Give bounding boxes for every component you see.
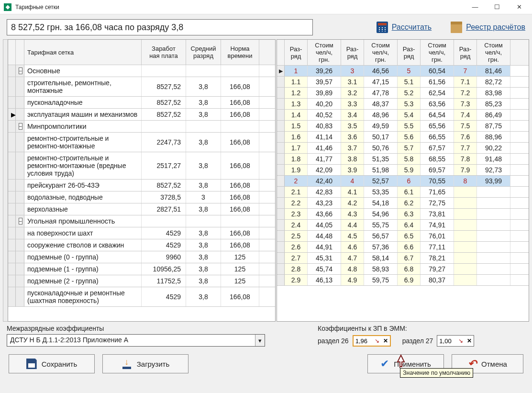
collapse-icon[interactable]: – xyxy=(19,218,22,225)
table-row[interactable]: пусконаладочные и ремонтные (шахтная пов… xyxy=(8,287,275,307)
rank-cell: 5.4 xyxy=(398,110,421,120)
collapse-icon[interactable]: – xyxy=(19,67,22,74)
rank-cell: 5.9 xyxy=(398,165,421,175)
app-icon: ◆ xyxy=(4,3,11,11)
rate-row[interactable]: 2.745,314.758,146.778,21 xyxy=(277,253,529,264)
cost-cell: 64,54 xyxy=(421,110,454,120)
cost-cell: 61,56 xyxy=(421,77,454,87)
close-button[interactable]: ✕ xyxy=(508,0,530,14)
cost-cell: 43,66 xyxy=(308,209,341,219)
rank-cell: 1.7 xyxy=(285,143,308,153)
table-row[interactable]: пусконаладочные8527,523,8166,08 xyxy=(8,97,275,109)
rank-cell: 5.7 xyxy=(398,143,421,153)
cost-cell xyxy=(477,220,510,230)
table-row[interactable]: прейскурант 26-05-43Э8527,523,8166,08 xyxy=(8,180,275,191)
cost-cell: 43,23 xyxy=(308,198,341,208)
row-salary: 2517,27 xyxy=(142,152,186,179)
rate-row[interactable]: 2.243,234.254,186.272,75 xyxy=(277,198,529,209)
rate-row[interactable]: 1.340,203.348,375.363,567.385,23 xyxy=(277,99,529,110)
rate-row[interactable]: 242,40452,57670,55893,99 xyxy=(277,176,529,187)
clear-icon[interactable]: ✕ xyxy=(381,337,390,344)
r26-input[interactable] xyxy=(354,337,373,346)
rank-cell: 2.1 xyxy=(285,187,308,197)
row-salary: 8527,52 xyxy=(142,180,186,191)
reset-default-icon[interactable]: ↘ xyxy=(456,337,465,344)
row-salary: 3728,5 xyxy=(142,191,186,203)
rate-row[interactable]: 2.544,484.556,576.576,01 xyxy=(277,231,529,242)
table-row[interactable]: –Минпромполитики xyxy=(8,121,275,133)
table-row[interactable]: ремонтно-строительные и ремонтно-монтажн… xyxy=(8,133,275,152)
rate-row[interactable]: 1.741,463.750,765.767,577.790,22 xyxy=(277,143,529,154)
rate-row[interactable]: 2.444,054.455,756.474,91 xyxy=(277,220,529,231)
cost-cell: 62,54 xyxy=(421,88,454,98)
rate-row[interactable]: 1.139,573.147,155.161,567.182,72 xyxy=(277,77,529,88)
tariff-table[interactable]: Тарифная сетка Заработ ная плата Средний… xyxy=(8,39,276,322)
r26-label: раздел 26 xyxy=(318,337,349,345)
table-row[interactable]: на поверхности шахт45293,8166,08 xyxy=(8,227,275,239)
rank-cell: 7.3 xyxy=(454,99,477,109)
table-row[interactable]: водолазные, подводные3728,53166,08 xyxy=(8,191,275,203)
calculate-link[interactable]: Рассчитать xyxy=(377,22,432,33)
cost-cell: 63,56 xyxy=(421,99,454,109)
rate-row[interactable]: 1.641,143.650,175.666,557.688,96 xyxy=(277,132,529,143)
rank-cell: 4.9 xyxy=(341,275,364,285)
table-row[interactable]: подземные (1 - группа)10956,253,8125 xyxy=(8,263,275,275)
table-row[interactable]: –Угольная промышленность xyxy=(8,215,275,227)
r27-input-group: ↘ ✕ xyxy=(437,335,474,347)
rank-cell: 6 xyxy=(398,176,421,186)
table-row[interactable]: подземные (2 - группа)11752,53,8125 xyxy=(8,275,275,287)
rank-cell: 1.1 xyxy=(285,77,308,87)
row-norm: 166,08 xyxy=(221,180,259,191)
registry-link[interactable]: Реестр расчётов xyxy=(451,22,525,33)
rate-row[interactable]: 2.343,664.354,966.373,81 xyxy=(277,209,529,220)
table-row[interactable]: –Основные xyxy=(8,65,275,77)
rate-row[interactable]: 2.946,134.959,756.980,37 xyxy=(277,275,529,286)
table-row[interactable]: подземные (0 - группа)99603,8125 xyxy=(8,251,275,263)
rank-cell: 6.7 xyxy=(398,253,421,263)
rate-row[interactable]: 1.540,833.549,595.565,567.587,75 xyxy=(277,121,529,132)
rate-row[interactable]: 1.942,093.951,985.969,577.992,73 xyxy=(277,165,529,176)
rank-cell: 2.7 xyxy=(285,253,308,263)
rate-row[interactable]: 2.644,914.657,366.677,11 xyxy=(277,242,529,253)
rank-cell: 3.1 xyxy=(341,77,364,87)
load-button[interactable]: Загрузить xyxy=(102,354,188,373)
minimize-button[interactable]: — xyxy=(464,0,486,14)
rate-row[interactable]: ▶139,26346,56560,54781,46 xyxy=(277,66,529,77)
row-name: подземные (0 - группа) xyxy=(24,251,142,263)
rate-table-body[interactable]: ▶139,26346,56560,54781,461.139,573.147,1… xyxy=(277,66,529,321)
r27-input[interactable] xyxy=(437,337,456,346)
row-norm: 166,08 xyxy=(221,191,259,203)
row-salary: 2827,51 xyxy=(142,203,186,215)
maximize-button[interactable]: ☐ xyxy=(486,0,508,14)
collapse-icon[interactable]: – xyxy=(19,123,22,130)
cost-cell: 41,14 xyxy=(308,132,341,142)
load-label: Загрузить xyxy=(137,360,170,368)
table-row[interactable]: ▶эксплуатация машин и механизмов8527,523… xyxy=(8,109,275,121)
rank-cell: 6.8 xyxy=(398,264,421,274)
coef-section: Коэффициенты к ЗП в ЭММ: раздел 26 ↘ ✕ р… xyxy=(284,325,525,347)
table-row[interactable]: сооружение стволов и скважин45293,8166,0… xyxy=(8,239,275,251)
row-rank: 3,8 xyxy=(186,109,221,120)
table-row[interactable]: верхолазные2827,513,8166,08 xyxy=(8,203,275,215)
rank-cell: 1 xyxy=(285,66,308,76)
rank-cell: 3.8 xyxy=(341,154,364,164)
save-icon xyxy=(26,359,37,369)
rate-row[interactable]: 1.440,523.448,965.464,547.486,49 xyxy=(277,110,529,121)
table-row[interactable]: строительные, ремонтные, монтажные8527,5… xyxy=(8,77,275,97)
rate-row[interactable]: 1.239,893.247,785.262,547.283,98 xyxy=(277,88,529,99)
rate-row[interactable]: 2.845,744.858,936.879,27 xyxy=(277,264,529,275)
inter-rank-combo[interactable]: ДСТУ Н Б Д.1.1-2:2013 Приложение А ▾ xyxy=(7,334,265,347)
save-button[interactable]: Сохранить xyxy=(9,354,95,373)
clear-icon[interactable]: ✕ xyxy=(465,337,474,344)
rate-row[interactable]: 2.142,834.153,356.171,65 xyxy=(277,187,529,198)
cost-cell: 44,48 xyxy=(308,231,341,241)
chevron-down-icon[interactable]: ▾ xyxy=(255,335,265,346)
rank-cell: 4.5 xyxy=(341,231,364,241)
rank-cell: 2.6 xyxy=(285,242,308,252)
cursor-arrow-icon xyxy=(395,354,407,368)
table-row[interactable]: ремонтно-строительные и ремонтно-монтажн… xyxy=(8,152,275,180)
reset-default-icon[interactable]: ↘ xyxy=(373,337,381,344)
row-name: водолазные, подводные xyxy=(24,191,142,203)
row-rank: 3,8 xyxy=(186,203,221,215)
rate-row[interactable]: 1.841,773.851,355.868,557.891,48 xyxy=(277,154,529,165)
